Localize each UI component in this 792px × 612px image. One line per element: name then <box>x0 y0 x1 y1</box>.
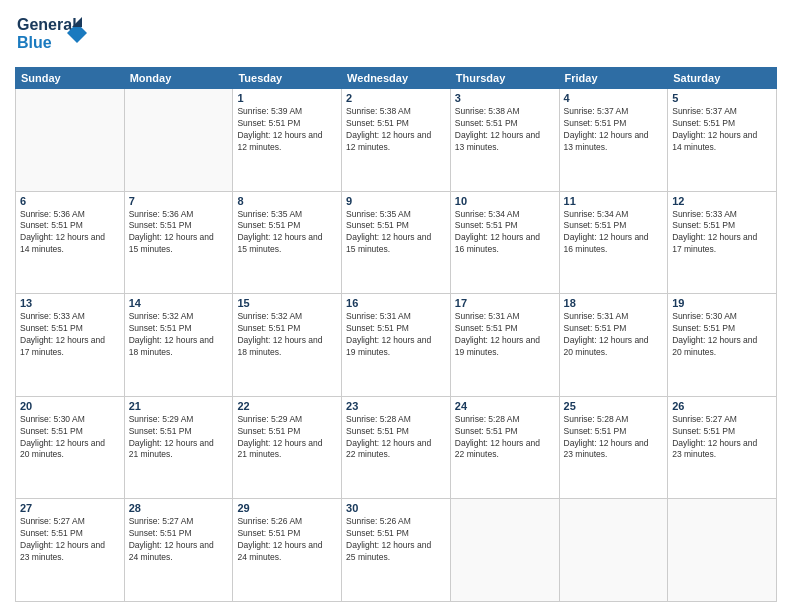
daylight-value: 18 minutes. <box>237 347 281 357</box>
daylight-value: 14 minutes. <box>672 142 716 152</box>
day-number: 22 <box>237 400 337 412</box>
weekday-header-saturday: Saturday <box>668 68 777 89</box>
daylight-value: 15 minutes. <box>346 244 390 254</box>
sunset-text: Sunset: 5:51 PM <box>346 426 409 436</box>
day-info: Sunrise: 5:36 AMSunset: 5:51 PMDaylight:… <box>20 209 120 257</box>
weekday-header-wednesday: Wednesday <box>342 68 451 89</box>
day-number: 11 <box>564 195 664 207</box>
daylight-value: 23 minutes. <box>564 449 608 459</box>
calendar-cell: 10Sunrise: 5:34 AMSunset: 5:51 PMDayligh… <box>450 191 559 294</box>
calendar-cell: 18Sunrise: 5:31 AMSunset: 5:51 PMDayligh… <box>559 294 668 397</box>
sunrise-text: Sunrise: 5:34 AM <box>455 209 520 219</box>
week-row-2: 6Sunrise: 5:36 AMSunset: 5:51 PMDaylight… <box>16 191 777 294</box>
daylight-value: 14 minutes. <box>20 244 64 254</box>
svg-text:General: General <box>17 16 77 33</box>
day-number: 27 <box>20 502 120 514</box>
day-info: Sunrise: 5:27 AMSunset: 5:51 PMDaylight:… <box>129 516 229 564</box>
day-info: Sunrise: 5:26 AMSunset: 5:51 PMDaylight:… <box>237 516 337 564</box>
sunrise-text: Sunrise: 5:37 AM <box>672 106 737 116</box>
calendar-cell: 7Sunrise: 5:36 AMSunset: 5:51 PMDaylight… <box>124 191 233 294</box>
daylight-value: 15 minutes. <box>237 244 281 254</box>
daylight-value: 12 minutes. <box>346 142 390 152</box>
day-info: Sunrise: 5:38 AMSunset: 5:51 PMDaylight:… <box>455 106 555 154</box>
daylight-label: Daylight: 12 hours and <box>237 232 322 242</box>
calendar-cell: 17Sunrise: 5:31 AMSunset: 5:51 PMDayligh… <box>450 294 559 397</box>
sunset-text: Sunset: 5:51 PM <box>455 323 518 333</box>
calendar-cell: 24Sunrise: 5:28 AMSunset: 5:51 PMDayligh… <box>450 396 559 499</box>
svg-text:Blue: Blue <box>17 34 52 51</box>
sunrise-text: Sunrise: 5:32 AM <box>129 311 194 321</box>
calendar-cell: 30Sunrise: 5:26 AMSunset: 5:51 PMDayligh… <box>342 499 451 602</box>
calendar-cell: 23Sunrise: 5:28 AMSunset: 5:51 PMDayligh… <box>342 396 451 499</box>
sunrise-text: Sunrise: 5:31 AM <box>455 311 520 321</box>
daylight-label: Daylight: 12 hours and <box>20 540 105 550</box>
day-info: Sunrise: 5:28 AMSunset: 5:51 PMDaylight:… <box>346 414 446 462</box>
daylight-label: Daylight: 12 hours and <box>564 130 649 140</box>
day-number: 20 <box>20 400 120 412</box>
daylight-label: Daylight: 12 hours and <box>455 232 540 242</box>
calendar-cell: 16Sunrise: 5:31 AMSunset: 5:51 PMDayligh… <box>342 294 451 397</box>
daylight-label: Daylight: 12 hours and <box>672 438 757 448</box>
calendar-cell: 26Sunrise: 5:27 AMSunset: 5:51 PMDayligh… <box>668 396 777 499</box>
calendar-cell: 8Sunrise: 5:35 AMSunset: 5:51 PMDaylight… <box>233 191 342 294</box>
daylight-label: Daylight: 12 hours and <box>129 540 214 550</box>
sunset-text: Sunset: 5:51 PM <box>237 528 300 538</box>
sunset-text: Sunset: 5:51 PM <box>346 220 409 230</box>
sunrise-text: Sunrise: 5:36 AM <box>20 209 85 219</box>
calendar-cell: 28Sunrise: 5:27 AMSunset: 5:51 PMDayligh… <box>124 499 233 602</box>
day-info: Sunrise: 5:31 AMSunset: 5:51 PMDaylight:… <box>346 311 446 359</box>
logo: General Blue <box>15 10 100 59</box>
logo-icon: General Blue <box>15 10 100 55</box>
sunset-text: Sunset: 5:51 PM <box>564 118 627 128</box>
week-row-5: 27Sunrise: 5:27 AMSunset: 5:51 PMDayligh… <box>16 499 777 602</box>
sunrise-text: Sunrise: 5:27 AM <box>20 516 85 526</box>
weekday-header-tuesday: Tuesday <box>233 68 342 89</box>
sunset-text: Sunset: 5:51 PM <box>237 323 300 333</box>
sunset-text: Sunset: 5:51 PM <box>672 323 735 333</box>
day-info: Sunrise: 5:31 AMSunset: 5:51 PMDaylight:… <box>564 311 664 359</box>
calendar-table: SundayMondayTuesdayWednesdayThursdayFrid… <box>15 67 777 602</box>
sunrise-text: Sunrise: 5:29 AM <box>237 414 302 424</box>
daylight-value: 24 minutes. <box>129 552 173 562</box>
weekday-header-friday: Friday <box>559 68 668 89</box>
sunrise-text: Sunrise: 5:28 AM <box>346 414 411 424</box>
day-info: Sunrise: 5:28 AMSunset: 5:51 PMDaylight:… <box>564 414 664 462</box>
daylight-label: Daylight: 12 hours and <box>237 130 322 140</box>
day-number: 4 <box>564 92 664 104</box>
calendar-cell: 4Sunrise: 5:37 AMSunset: 5:51 PMDaylight… <box>559 89 668 192</box>
day-number: 14 <box>129 297 229 309</box>
calendar-cell: 27Sunrise: 5:27 AMSunset: 5:51 PMDayligh… <box>16 499 125 602</box>
daylight-label: Daylight: 12 hours and <box>455 335 540 345</box>
sunset-text: Sunset: 5:51 PM <box>20 426 83 436</box>
sunrise-text: Sunrise: 5:38 AM <box>455 106 520 116</box>
day-number: 7 <box>129 195 229 207</box>
daylight-label: Daylight: 12 hours and <box>20 438 105 448</box>
sunrise-text: Sunrise: 5:37 AM <box>564 106 629 116</box>
daylight-value: 22 minutes. <box>455 449 499 459</box>
calendar-cell: 3Sunrise: 5:38 AMSunset: 5:51 PMDaylight… <box>450 89 559 192</box>
day-number: 2 <box>346 92 446 104</box>
day-number: 24 <box>455 400 555 412</box>
calendar-cell: 15Sunrise: 5:32 AMSunset: 5:51 PMDayligh… <box>233 294 342 397</box>
day-number: 8 <box>237 195 337 207</box>
sunrise-text: Sunrise: 5:30 AM <box>672 311 737 321</box>
daylight-value: 21 minutes. <box>129 449 173 459</box>
calendar-cell: 2Sunrise: 5:38 AMSunset: 5:51 PMDaylight… <box>342 89 451 192</box>
sunset-text: Sunset: 5:51 PM <box>672 220 735 230</box>
daylight-label: Daylight: 12 hours and <box>20 232 105 242</box>
sunrise-text: Sunrise: 5:28 AM <box>564 414 629 424</box>
day-info: Sunrise: 5:38 AMSunset: 5:51 PMDaylight:… <box>346 106 446 154</box>
daylight-label: Daylight: 12 hours and <box>346 232 431 242</box>
day-info: Sunrise: 5:29 AMSunset: 5:51 PMDaylight:… <box>237 414 337 462</box>
daylight-value: 20 minutes. <box>672 347 716 357</box>
daylight-label: Daylight: 12 hours and <box>672 335 757 345</box>
sunset-text: Sunset: 5:51 PM <box>129 323 192 333</box>
daylight-label: Daylight: 12 hours and <box>237 438 322 448</box>
week-row-3: 13Sunrise: 5:33 AMSunset: 5:51 PMDayligh… <box>16 294 777 397</box>
sunset-text: Sunset: 5:51 PM <box>129 426 192 436</box>
sunset-text: Sunset: 5:51 PM <box>455 426 518 436</box>
sunset-text: Sunset: 5:51 PM <box>346 323 409 333</box>
sunrise-text: Sunrise: 5:27 AM <box>672 414 737 424</box>
daylight-value: 17 minutes. <box>20 347 64 357</box>
day-number: 19 <box>672 297 772 309</box>
